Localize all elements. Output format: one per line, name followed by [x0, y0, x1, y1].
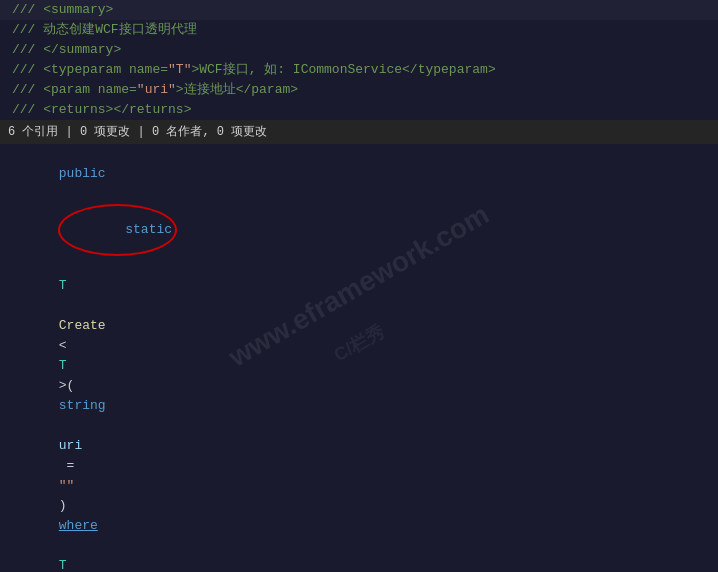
code-line-4: /// <typeparam name="T">WCF接口, 如: ICommo… [0, 60, 718, 80]
reference-count: 6 个引用 | 0 项更改 | 0 名作者, 0 项更改 [8, 122, 267, 142]
code-line-3: /// </summary> [0, 40, 718, 60]
reference-info-bar: 6 个引用 | 0 项更改 | 0 名作者, 0 项更改 [0, 120, 718, 144]
line-text-2: /// 动态创建WCF接口透明代理 [8, 20, 718, 40]
code-line-6: /// <returns></returns> [0, 100, 718, 120]
line-text-1: /// <summary> [8, 0, 718, 20]
line-text-4: /// <typeparam name="T">WCF接口, 如: ICommo… [8, 60, 718, 80]
code-editor: /// <summary> /// 动态创建WCF接口透明代理 /// </su… [0, 0, 718, 572]
line-text-5: /// <param name="uri">连接地址</param> [8, 80, 718, 100]
code-line-2: /// 动态创建WCF接口透明代理 [0, 20, 718, 40]
signature-text: public static T Create < T >( string uri… [8, 144, 718, 572]
line-text-6: /// <returns></returns> [8, 100, 718, 120]
code-line-5: /// <param name="uri">连接地址</param> [0, 80, 718, 100]
code-line-1: /// <summary> [0, 0, 718, 20]
line-text-3: /// </summary> [8, 40, 718, 60]
code-line-signature: public static T Create < T >( string uri… [0, 144, 718, 572]
